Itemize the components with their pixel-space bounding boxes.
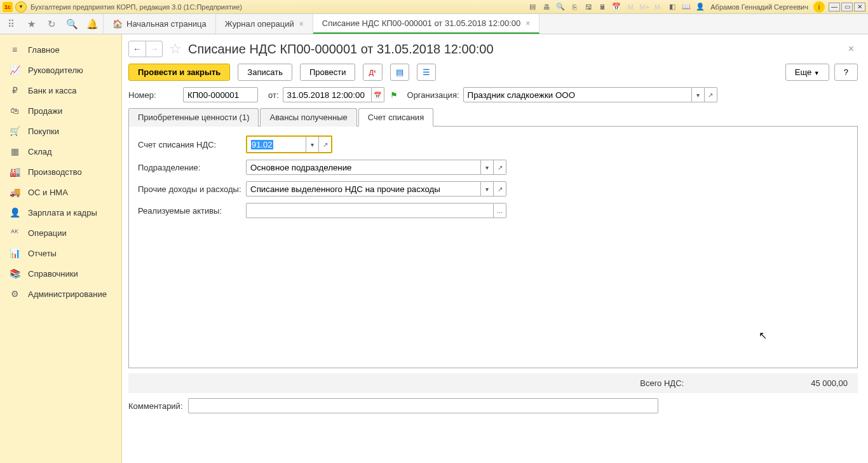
sidebar-item-label: Продажи <box>28 106 62 116</box>
tab-acquired[interactable]: Приобретенные ценности (1) <box>128 108 259 127</box>
sidebar-item-bank[interactable]: ₽Банк и касса <box>0 80 121 100</box>
list-icon-button[interactable]: ☰ <box>417 64 436 81</box>
factory-icon: 🏭 <box>9 167 20 177</box>
sidebar-item-label: Справочники <box>28 269 78 279</box>
account-field-row: Счет списания НДС: 91.02 ▾ ↗ <box>138 135 848 153</box>
calendar-icon[interactable]: 📅 <box>611 2 621 12</box>
favorite-icon[interactable]: ★ <box>25 18 37 30</box>
open-icon[interactable]: ↗ <box>318 137 331 152</box>
tab-document[interactable]: Списание НДС КП00-000001 от 31.05.2018 1… <box>313 14 539 34</box>
sidebar-item-label: Зарплата и кадры <box>28 208 97 218</box>
sidebar-item-reports[interactable]: 📊Отчеты <box>0 243 121 263</box>
dropdown-icon[interactable]: ▾ <box>692 87 705 102</box>
save-button[interactable]: Записать <box>238 64 292 81</box>
division-input[interactable] <box>246 160 481 175</box>
app-menu-dropdown[interactable]: ▼ <box>15 1 27 13</box>
book-icon[interactable]: 📖 <box>681 2 691 12</box>
open-tabs: 🏠 Начальная страница Журнал операций × С… <box>104 14 539 34</box>
post-button[interactable]: Провести <box>300 64 356 81</box>
assets-field-row: Реализуемые активы: … <box>138 203 848 218</box>
favorite-star-icon[interactable]: ☆ <box>169 41 182 57</box>
help-button[interactable]: ? <box>834 64 858 81</box>
sidebar-item-production[interactable]: 🏭Производство <box>0 162 121 182</box>
sidebar-item-label: Операции <box>28 228 67 238</box>
date-input[interactable] <box>283 87 372 102</box>
comment-input[interactable] <box>188 398 658 413</box>
assets-input[interactable] <box>246 203 494 218</box>
search-icon[interactable]: 🔍 <box>66 18 78 30</box>
tab-advances[interactable]: Авансы полученные <box>260 108 356 127</box>
bell-icon[interactable]: 🔔 <box>86 18 98 30</box>
account-input[interactable]: 91.02 <box>247 137 306 152</box>
calendar-picker-icon[interactable]: 📅 <box>372 87 384 102</box>
operations-icon: ᴬᴷ <box>9 228 20 238</box>
sidebar-item-operations[interactable]: ᴬᴷОперации <box>0 223 121 243</box>
chevron-down-icon: ▼ <box>814 70 820 76</box>
close-tab-icon[interactable]: × <box>299 20 304 29</box>
doc-icon: ▤ <box>396 67 403 77</box>
open-icon[interactable]: ↗ <box>494 160 506 175</box>
maximize-button[interactable]: ▭ <box>841 3 853 11</box>
m-icon[interactable]: M <box>625 2 635 12</box>
nav-icon[interactable]: ◧ <box>667 2 677 12</box>
sidebar-item-main[interactable]: ≡Главное <box>0 39 121 60</box>
apps-icon[interactable]: ⠿ <box>5 18 17 30</box>
sidebar-item-label: Главное <box>28 45 60 55</box>
info-icon[interactable]: i <box>813 1 825 13</box>
sidebar-item-manager[interactable]: 📈Руководителю <box>0 60 121 80</box>
m-minus-icon[interactable]: M- <box>653 2 663 12</box>
org-input[interactable] <box>463 87 692 102</box>
other-input[interactable] <box>246 181 481 197</box>
sidebar-item-directories[interactable]: 📚Справочники <box>0 263 121 284</box>
sidebar-item-assets[interactable]: 🚚ОС и НМА <box>0 182 121 202</box>
other-input-group: ▾ ↗ <box>246 181 506 197</box>
sidebar-item-label: Покупки <box>28 127 59 136</box>
history-icon[interactable]: ↻ <box>46 18 57 30</box>
division-input-group: ▾ ↗ <box>246 160 506 175</box>
sidebar-item-admin[interactable]: ⚙Администрирование <box>0 284 121 304</box>
nav-back-button[interactable]: ← <box>129 41 146 57</box>
tab-label: Журнал операций <box>225 19 294 29</box>
close-document-icon[interactable]: × <box>848 43 858 55</box>
more-button[interactable]: Еще ▼ <box>785 64 829 81</box>
dk-button[interactable]: Дᵏ <box>363 64 382 81</box>
sidebar-item-payroll[interactable]: 👤Зарплата и кадры <box>0 202 121 223</box>
number-label: Номер: <box>128 90 179 100</box>
tab-journal[interactable]: Журнал операций × <box>216 14 313 34</box>
number-input[interactable] <box>183 87 258 102</box>
tab-home[interactable]: 🏠 Начальная страница <box>104 14 216 34</box>
dropdown-icon[interactable]: ▾ <box>481 160 494 175</box>
ellipsis-icon[interactable]: … <box>494 203 506 218</box>
sidebar-item-purchases[interactable]: 🛒Покупки <box>0 121 121 141</box>
document-icon-button[interactable]: ▤ <box>390 64 409 81</box>
close-tab-icon[interactable]: × <box>526 19 530 28</box>
open-icon[interactable]: ↗ <box>705 87 717 102</box>
print-icon[interactable]: 🖶 <box>541 2 552 12</box>
open-icon[interactable]: ↗ <box>494 181 506 197</box>
totals-value: 45 000,00 <box>811 378 848 388</box>
current-user[interactable]: Абрамов Геннадий Сергеевич <box>710 3 808 11</box>
post-and-close-button[interactable]: Провести и закрыть <box>128 64 230 81</box>
minimize-button[interactable]: — <box>829 3 840 11</box>
sidebar-item-label: ОС и НМА <box>28 188 68 197</box>
toolbar-icon[interactable]: ▤ <box>527 2 538 12</box>
nav-forward-button[interactable]: → <box>146 41 162 57</box>
document-title: Списание НДС КП00-000001 от 31.05.2018 1… <box>188 42 494 57</box>
assets-input-group: … <box>246 203 506 218</box>
menu-icon: ≡ <box>9 45 20 55</box>
preview-icon[interactable]: 🔍 <box>555 2 566 12</box>
document-tabs: Приобретенные ценности (1) Авансы получе… <box>128 107 858 127</box>
save-icon[interactable]: 🖫 <box>583 2 593 12</box>
sidebar-item-sales[interactable]: 🛍Продажи <box>0 100 121 121</box>
org-input-group: ▾ ↗ <box>463 87 717 102</box>
calc-icon[interactable]: 🖩 <box>597 2 607 12</box>
dropdown-icon[interactable]: ▾ <box>306 137 318 152</box>
home-icon: 🏠 <box>112 19 123 29</box>
dropdown-icon[interactable]: ▾ <box>481 181 494 197</box>
compare-icon[interactable]: ⎘ <box>569 2 580 12</box>
m-plus-icon[interactable]: M+ <box>639 2 649 12</box>
sidebar-item-warehouse[interactable]: ▦Склад <box>0 141 121 162</box>
header-fields-row: Номер: от: 📅 ⚑ Организация: ▾ ↗ <box>128 87 858 102</box>
tab-writeoff[interactable]: Счет списания <box>358 108 433 127</box>
close-button[interactable]: ✕ <box>854 3 865 11</box>
